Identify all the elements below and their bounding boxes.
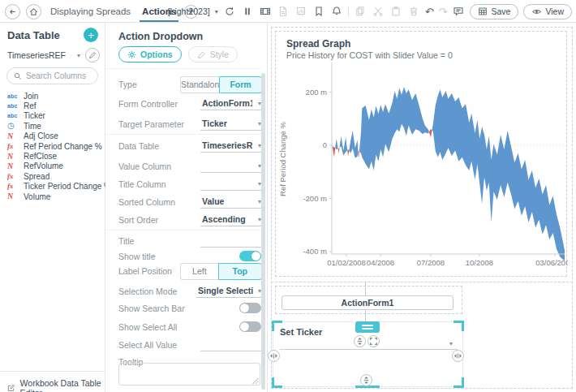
title-column-dropdown[interactable]: ▾ xyxy=(200,176,262,191)
show-search-bar-toggle[interactable] xyxy=(239,303,261,313)
chart-title: Spread Graph xyxy=(286,38,350,50)
spread-chart: 200 m0-200 m-400 m01/02/200804/200807/20… xyxy=(279,56,568,274)
column-name: Ref Period Change % xyxy=(24,142,102,151)
text-type-icon: abc xyxy=(7,93,19,99)
widget-title: Set Ticker xyxy=(280,327,322,337)
data-table-dropdown[interactable]: TimeseriesREF ▾ xyxy=(200,138,262,153)
export-video-icon[interactable] xyxy=(259,5,272,18)
column-name: Adj Close xyxy=(24,131,58,140)
resize-left-handle[interactable] xyxy=(268,350,280,362)
label-position-top-option[interactable]: Top xyxy=(218,263,262,280)
widget-drag-handle[interactable] xyxy=(355,321,380,333)
column-list-item[interactable]: NVolume xyxy=(7,192,103,201)
label-position-left-option[interactable]: Left xyxy=(180,263,218,280)
numeric-type-icon: N xyxy=(7,192,19,200)
column-list: abcJoinabcRefabcTicker◷TimeNAdj ClosefxR… xyxy=(7,91,103,201)
notifications-bell-icon[interactable] xyxy=(330,5,343,18)
settings-scrollbar[interactable] xyxy=(261,73,265,390)
sorted-column-dropdown[interactable]: Value ▾ xyxy=(200,194,262,209)
column-name: RefVolume xyxy=(24,162,63,170)
title-input[interactable] xyxy=(200,233,262,248)
export-pdf-icon[interactable] xyxy=(277,5,290,18)
column-list-item[interactable]: abcRef xyxy=(7,101,103,110)
search-placeholder: Search Columns xyxy=(26,71,86,80)
type-standalone-option[interactable]: Standalone xyxy=(180,76,219,93)
cut-icon[interactable] xyxy=(372,5,385,18)
form-controller-dropdown[interactable]: ActionForm1 ▾ xyxy=(200,96,262,110)
search-columns-input[interactable]: Search Columns xyxy=(6,67,98,84)
delete-icon[interactable] xyxy=(407,5,420,18)
show-title-toggle[interactable] xyxy=(239,251,261,261)
action-form-box[interactable]: ActionForm1 xyxy=(282,295,453,310)
comment-icon[interactable] xyxy=(452,5,465,18)
field-label: Title Column xyxy=(118,179,166,189)
copy-icon[interactable] xyxy=(354,5,367,18)
field-label: Sort Order xyxy=(118,215,158,225)
dashboard-section-divider xyxy=(271,282,573,282)
column-list-item[interactable]: NAdj Close xyxy=(7,131,103,141)
undo-icon[interactable]: ↶ xyxy=(425,6,434,17)
set-ticker-widget[interactable]: Set Ticker ▾ xyxy=(273,321,463,387)
field-title-column: Title Column ▾ xyxy=(105,176,267,192)
export-ppt-icon[interactable] xyxy=(294,5,307,18)
column-list-item[interactable]: NRefVolume xyxy=(7,162,103,171)
field-label: Sorted Column xyxy=(118,197,175,207)
style-tab[interactable]: Style xyxy=(188,46,238,62)
dashboard-area: Spread Graph Price History for COST with… xyxy=(268,23,576,392)
text-type-icon: abc xyxy=(7,103,19,109)
edit-table-button[interactable] xyxy=(85,48,100,62)
field-title: Title xyxy=(105,233,267,249)
column-list-item[interactable]: fxTicker Period Change % xyxy=(7,182,103,192)
column-list-item[interactable]: abcJoin xyxy=(7,91,103,101)
numeric-type-icon: N xyxy=(7,153,19,161)
column-name: Volume xyxy=(24,192,50,201)
home-button[interactable] xyxy=(26,4,41,19)
selection-mode-dropdown[interactable]: Single Selection Drop D ▾ xyxy=(196,283,262,298)
options-tab[interactable]: Options xyxy=(118,46,182,62)
resize-bottom-handle[interactable] xyxy=(360,374,372,386)
move-vertical-handle[interactable] xyxy=(354,335,366,347)
column-list-item[interactable]: fxSpread xyxy=(7,171,103,181)
select-all-value-input[interactable] xyxy=(200,337,262,351)
field-label: Value Column xyxy=(118,162,171,171)
resize-handle[interactable] xyxy=(368,335,380,347)
column-list-item[interactable]: NRefClose xyxy=(7,151,103,161)
field-label-position: Label Position Left Top xyxy=(105,263,267,279)
tooltip-textarea[interactable] xyxy=(118,363,260,386)
target-parameter-dropdown[interactable]: Ticker ▾ xyxy=(200,116,262,131)
action-settings-panel: Action Dropdown Options Style Type Stand… xyxy=(105,23,268,392)
refresh-icon[interactable] xyxy=(223,5,236,18)
column-list-item[interactable]: ◷Time xyxy=(7,121,103,131)
type-form-option[interactable]: Form xyxy=(219,76,262,93)
theme-caret-icon[interactable]: ▾ xyxy=(215,8,218,15)
show-select-all-toggle[interactable] xyxy=(239,321,261,332)
data-table-name[interactable]: TimeseriesREF xyxy=(7,50,66,60)
document-title: Displaying Spreads xyxy=(47,6,134,16)
svg-text:200 m: 200 m xyxy=(306,88,327,97)
redo-icon[interactable]: ↷ xyxy=(439,6,448,17)
save-button[interactable]: Save xyxy=(470,4,518,19)
workbook-data-table-editor-link[interactable]: Workbook Data Table Editor xyxy=(0,372,105,392)
value-column-dropdown[interactable]: ▾ xyxy=(200,158,262,173)
add-data-table-button[interactable]: + xyxy=(84,28,98,42)
action-form-container[interactable]: ActionForm1 xyxy=(275,286,462,314)
view-button[interactable]: View xyxy=(523,4,572,19)
bookmark-icon[interactable] xyxy=(312,5,325,18)
left-panel-footer: Workbook Data Table Editor xyxy=(0,371,105,392)
table-caret-icon[interactable]: ▾ xyxy=(77,52,80,59)
resize-right-handle[interactable] xyxy=(452,350,464,362)
pause-icon[interactable] xyxy=(241,5,254,18)
resize-handle-icon[interactable] xyxy=(252,377,259,384)
back-button[interactable] xyxy=(5,4,20,19)
spread-graph-part[interactable]: Spread Graph Price History for COST with… xyxy=(275,31,567,277)
svg-text:0: 0 xyxy=(323,140,327,149)
theme-selector[interactable]: [Light2023] xyxy=(168,6,210,16)
sort-order-dropdown[interactable]: Ascending ▾ xyxy=(200,212,262,226)
field-label: Selection Mode xyxy=(118,286,177,296)
field-label: Type xyxy=(118,80,137,89)
column-name: Join xyxy=(24,92,38,101)
paste-icon[interactable] xyxy=(389,5,402,18)
field-selection-mode: Selection Mode Single Selection Drop D ▾ xyxy=(105,283,267,299)
column-list-item[interactable]: fxRef Period Change % xyxy=(7,141,103,151)
column-list-item[interactable]: abcTicker xyxy=(7,111,103,121)
